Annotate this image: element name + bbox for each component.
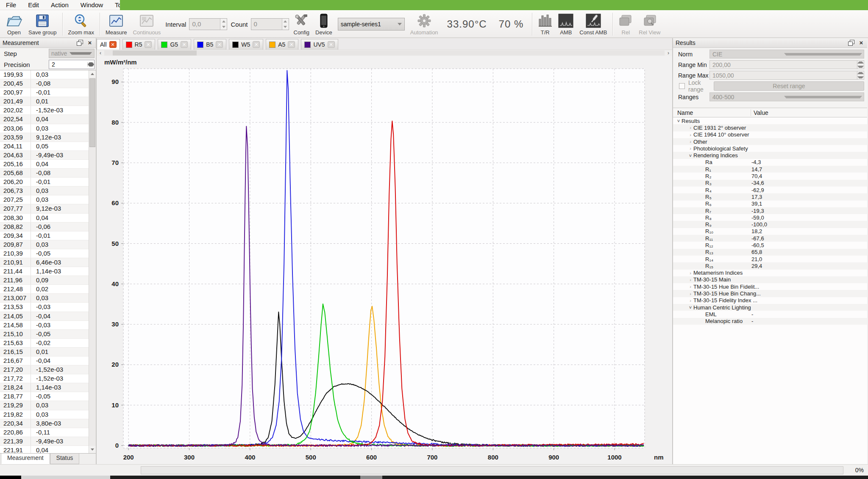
range-max-field[interactable]: 1050,00	[709, 71, 864, 80]
tree-row[interactable]: R₆39,1	[673, 201, 867, 207]
close-icon[interactable]: ✕	[145, 41, 152, 48]
table-row[interactable]: 212,480,02	[0, 285, 89, 294]
tree-row[interactable]: ›Photobiological Safety	[673, 145, 867, 152]
tree-row[interactable]: ›TM-30-15 Main	[673, 276, 867, 283]
tree-expander-icon[interactable]: ˅	[687, 305, 693, 310]
interval-input[interactable]: 0,0	[189, 18, 227, 30]
spin-up-icon[interactable]	[857, 71, 864, 75]
scrollbar-track[interactable]	[89, 78, 96, 446]
table-row[interactable]: 209,870,03	[0, 240, 89, 249]
chart-tab-g5[interactable]: G5✕	[158, 39, 191, 50]
tree-row[interactable]: R₄-62,9	[673, 187, 867, 193]
tree-expander-icon[interactable]: ˅	[687, 153, 693, 158]
tree-row[interactable]: ˅Human Centric Lighting	[673, 304, 867, 311]
sample-series-select[interactable]: sample-series1	[338, 18, 405, 31]
table-row[interactable]: 200,97-0,01	[0, 88, 89, 97]
menu-item-action[interactable]: Action	[45, 0, 75, 10]
ranges-select[interactable]: 400-500	[709, 92, 864, 101]
table-row[interactable]: 200,45-0,08	[0, 79, 89, 88]
scrollbar-thumb[interactable]	[89, 78, 95, 147]
tree-row[interactable]: ›CIE 1964 10° observer	[673, 131, 867, 138]
float-panel-icon[interactable]	[76, 40, 83, 46]
close-panel-icon[interactable]: ×	[858, 40, 865, 46]
table-row[interactable]: 203,599,12e-03	[0, 133, 89, 142]
tree-expander-icon[interactable]: ›	[687, 139, 693, 144]
interval-spinner[interactable]	[220, 19, 227, 30]
zoom-max-button[interactable]: Zoom max	[65, 11, 97, 37]
tree-row[interactable]: ›CIE 1931 2° observer	[673, 124, 867, 131]
table-row[interactable]: 207,250,03	[0, 195, 89, 204]
close-icon[interactable]: ✕	[216, 41, 223, 48]
config-button[interactable]: Config	[291, 11, 313, 37]
tree-row[interactable]: ›TM-30-15 Fidelity Index ...	[673, 297, 867, 304]
table-row[interactable]: 211,960,09	[0, 276, 89, 285]
measurement-table-scrollbar[interactable]	[89, 70, 96, 453]
tree-expander-icon[interactable]: ›	[687, 146, 693, 151]
table-row[interactable]: 214,58-0,03	[0, 321, 89, 330]
tree-expander-icon[interactable]: ›	[687, 284, 693, 289]
table-row[interactable]: 209,34-0,01	[0, 231, 89, 240]
spin-up-icon[interactable]	[857, 61, 864, 65]
tree-row[interactable]: R₁₅29,4	[673, 262, 867, 269]
spin-up-icon[interactable]	[220, 19, 227, 24]
close-icon[interactable]: ✕	[253, 41, 260, 48]
tree-row[interactable]: R₁14,7	[673, 166, 867, 173]
table-row[interactable]: 213,0070,03	[0, 294, 89, 303]
tree-expander-icon[interactable]: ›	[687, 270, 693, 276]
menu-item-file[interactable]: File	[0, 0, 22, 10]
tree-expander-icon[interactable]: ›	[687, 291, 693, 296]
table-row[interactable]: 199,930,03	[0, 70, 89, 79]
reset-range-button[interactable]: Reset range	[714, 81, 864, 91]
open-button[interactable]: Open	[3, 11, 25, 37]
table-row[interactable]: 201,490,01	[0, 97, 89, 106]
norm-select[interactable]: CIE	[709, 50, 864, 58]
continuous-button[interactable]: Continuous	[130, 11, 164, 37]
rel-button[interactable]: Rel	[615, 11, 636, 37]
menu-item-edit[interactable]: Edit	[22, 0, 45, 10]
scroll-up-icon[interactable]	[89, 70, 96, 78]
close-icon[interactable]: ✕	[109, 41, 117, 48]
tree-row[interactable]: ˅Results	[673, 117, 867, 124]
scroll-right-icon[interactable]: ›	[665, 50, 672, 56]
close-icon[interactable]: ✕	[181, 41, 188, 48]
const-amb-button[interactable]: Const AMB	[576, 11, 610, 37]
tree-row[interactable]: R₂70,4	[673, 173, 867, 179]
spin-down-icon[interactable]	[857, 75, 864, 80]
table-row[interactable]: 213,53-0,03	[0, 303, 89, 312]
table-row[interactable]: 211,441,14e-03	[0, 267, 89, 276]
table-row[interactable]: 218,241,14e-03	[0, 383, 89, 392]
tree-row[interactable]: R₁₃65,8	[673, 249, 867, 256]
spin-down-icon[interactable]	[282, 24, 289, 30]
step-select[interactable]: native	[49, 49, 95, 58]
table-row[interactable]: 217,72-1,52e-03	[0, 374, 89, 383]
scroll-left-icon[interactable]: ‹	[97, 50, 104, 56]
chart-tab-uv5[interactable]: UV5✕	[301, 39, 338, 50]
tree-row[interactable]: ˅Rendering Indices	[673, 152, 867, 159]
tree-expander-icon[interactable]: ˅	[676, 118, 682, 123]
count-spinner[interactable]	[282, 19, 289, 30]
chart-tab-w5[interactable]: W5✕	[229, 39, 263, 50]
tree-row[interactable]: ›Other	[673, 138, 867, 145]
tree-row[interactable]: ›TM-30-15 Hue Bin Chang...	[673, 290, 867, 297]
chart-tab-all[interactable]: All✕	[97, 39, 120, 50]
spin-down-icon[interactable]	[220, 24, 227, 30]
table-row[interactable]: 215,10-0,05	[0, 330, 89, 339]
tree-row[interactable]: R₁₂-60,5	[673, 242, 867, 248]
chart-scrollbar-track[interactable]	[104, 50, 665, 56]
chart-scrollbar-thumb[interactable]	[113, 50, 197, 56]
table-row[interactable]: 217,20-1,52e-03	[0, 365, 89, 374]
measure-button[interactable]: Measure	[103, 11, 130, 37]
table-row[interactable]: 203,060,03	[0, 124, 89, 133]
tab-status[interactable]: Status	[50, 454, 80, 464]
table-row[interactable]: 207,779,12e-03	[0, 204, 89, 213]
amb-button[interactable]: AMB	[555, 11, 576, 37]
tree-row[interactable]: EML-	[673, 311, 867, 317]
table-row[interactable]: 219,820,03	[0, 410, 89, 419]
table-row[interactable]: 221,39-9,49e-03	[0, 437, 89, 446]
float-panel-icon[interactable]	[848, 40, 854, 46]
chart-tab-a5[interactable]: A5✕	[266, 39, 298, 50]
tree-row[interactable]: ›Metamerism Indices	[673, 270, 867, 276]
range-min-spinner[interactable]	[857, 61, 864, 69]
tree-expander-icon[interactable]: ›	[687, 125, 693, 130]
tree-row[interactable]: R₃-34,6	[673, 180, 867, 187]
